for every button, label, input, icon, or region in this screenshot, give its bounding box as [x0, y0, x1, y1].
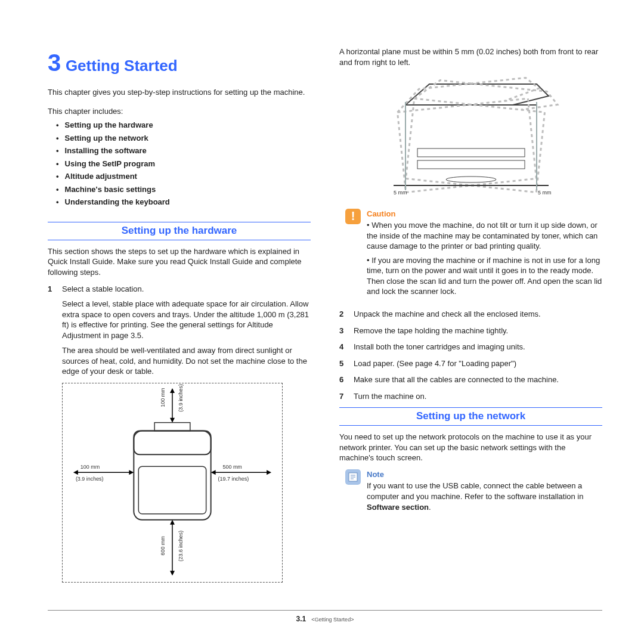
note-icon — [345, 469, 361, 485]
step-6: 6Make sure that all the cables are conne… — [339, 374, 602, 385]
footer-chapter: <Getting Started> — [311, 617, 354, 623]
dim-right-in: (19.7 inches) — [218, 476, 249, 482]
note-body: If you want to use the USB cable, connec… — [367, 481, 583, 501]
dim-right-mm: 500 mm — [223, 464, 242, 470]
chapter-intro: This chapter gives you step-by-step inst… — [48, 87, 311, 98]
note-tail: . — [429, 503, 431, 512]
caution-callout: ! Caution When you move the machine, do … — [345, 209, 602, 301]
toc-item[interactable]: Understanding the keyboard — [56, 197, 311, 208]
dim-bottom-in: (23.6 inches) — [178, 531, 184, 562]
svg-rect-21 — [405, 98, 544, 192]
svg-marker-15 — [170, 571, 175, 575]
level-diagram: 5 mm 5 mm — [339, 72, 602, 200]
step-7: 7Turn the machine on. — [339, 391, 602, 402]
svg-marker-14 — [170, 520, 175, 525]
svg-marker-12 — [267, 470, 271, 475]
step-number: 5 — [339, 358, 346, 369]
step-number: 4 — [339, 342, 346, 352]
caution-bullet: If you are moving the machine or if mach… — [367, 255, 602, 297]
clearance-diagram: 100 mm (3.9 inches) 100 mm (3.9 inches) … — [62, 383, 283, 583]
toc-item[interactable]: Altitude adjustment — [56, 171, 311, 182]
svg-marker-9 — [129, 470, 134, 475]
dim-bottom-mm: 600 mm — [160, 536, 166, 555]
step-1: 1 Select a stable location. Select a lev… — [48, 284, 311, 377]
page-footer: 3.1 <Getting Started> — [48, 610, 602, 624]
dim-left-mm: 100 mm — [80, 464, 100, 470]
includes-label: This chapter includes: — [48, 106, 311, 117]
caution-bullet: When you move the machine, do not tilt o… — [367, 220, 602, 252]
page-number: 3.1 — [296, 615, 306, 623]
svg-point-19 — [446, 177, 496, 182]
horizontal-plane-text: A horizontal plane must be within 5 mm (… — [339, 47, 602, 67]
step-number: 1 — [48, 284, 55, 377]
chapter-title: 3 Getting Started — [48, 47, 311, 79]
step-number: 2 — [339, 309, 346, 320]
step-text: Make sure that all the cables are connec… — [354, 374, 602, 385]
section-heading-hardware: Setting up the hardware — [48, 222, 311, 240]
toc-item[interactable]: Using the SetIP program — [56, 159, 311, 169]
toc-item[interactable]: Setting up the hardware — [56, 120, 311, 131]
step-text: Select a stable location. — [62, 284, 144, 293]
dim-left-in: (3.9 inches) — [76, 476, 104, 482]
svg-marker-6 — [170, 418, 175, 423]
step-2: 2Unpack the machine and check all the en… — [339, 309, 602, 320]
step-3: 3Remove the tape holding the machine tig… — [339, 326, 602, 336]
dim-top-mm: 100 mm — [160, 388, 166, 407]
step-number: 7 — [339, 391, 346, 402]
chapter-toc: Setting up the hardware Setting up the n… — [48, 120, 311, 208]
svg-rect-17 — [417, 148, 525, 157]
svg-rect-0 — [134, 431, 210, 519]
chapter-name: Getting Started — [66, 57, 178, 75]
svg-rect-1 — [134, 431, 210, 454]
svg-rect-2 — [154, 423, 190, 431]
svg-marker-5 — [170, 388, 175, 393]
step-number: 3 — [339, 326, 346, 336]
svg-rect-20 — [397, 98, 536, 192]
step-text: Install both the toner cartridges and im… — [354, 342, 602, 352]
caution-icon: ! — [345, 209, 361, 224]
svg-rect-18 — [417, 160, 525, 169]
toc-item[interactable]: Setting up the network — [56, 133, 311, 144]
note-callout: Note If you want to use the USB cable, c… — [345, 469, 602, 512]
toc-item[interactable]: Installing the software — [56, 145, 311, 156]
step-number: 6 — [339, 374, 346, 385]
section-intro: You need to set up the network protocols… — [339, 432, 602, 463]
step-text: Turn the machine on. — [354, 391, 602, 402]
dim-top-in: (3.9 inches) — [178, 384, 184, 412]
step-text: Unpack the machine and check all the enc… — [354, 309, 602, 320]
step-text: Remove the tape holding the machine tigh… — [354, 326, 602, 336]
step-4: 4Install both the toner cartridges and i… — [339, 342, 602, 352]
note-text: If you want to use the USB cable, connec… — [367, 481, 602, 512]
svg-marker-11 — [211, 470, 216, 475]
svg-marker-8 — [73, 470, 78, 475]
chapter-number: 3 — [48, 49, 61, 76]
caution-label: Caution — [367, 209, 602, 219]
step-text: Load paper. (See page 4.7 for "Loading p… — [354, 358, 602, 369]
step-5: 5Load paper. (See page 4.7 for "Loading … — [339, 358, 602, 369]
svg-rect-3 — [138, 466, 206, 514]
note-bold: Software section — [367, 503, 429, 512]
level-right-label: 5 mm — [538, 190, 552, 196]
toc-item[interactable]: Machine's basic settings — [56, 184, 311, 195]
step-detail: The area should be well-ventilated and a… — [62, 345, 311, 377]
svg-rect-16 — [405, 105, 537, 185]
step-detail: Select a level, stable place with adequa… — [62, 299, 311, 340]
section-heading-network: Setting up the network — [339, 407, 602, 426]
note-label: Note — [367, 469, 602, 480]
level-left-label: 5 mm — [394, 190, 407, 196]
section-intro: This section shows the steps to set up t… — [48, 246, 311, 278]
